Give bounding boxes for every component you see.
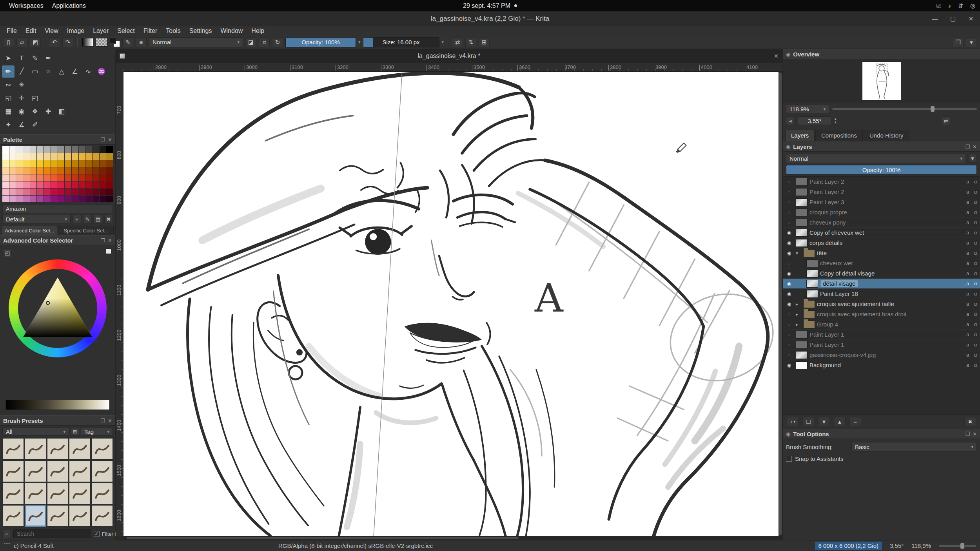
choose-brush-preset-button[interactable]: ✎ [122, 37, 133, 47]
menu-filter[interactable]: Filter [139, 27, 162, 34]
canvas[interactable]: A [123, 72, 779, 536]
brush-preset[interactable] [25, 438, 46, 460]
palette-swatch[interactable] [58, 188, 65, 195]
palette-swatch[interactable] [2, 181, 9, 188]
palette-swatch[interactable] [85, 181, 92, 188]
palette-swatch[interactable] [58, 153, 65, 160]
palette-swatch[interactable] [30, 160, 37, 167]
palette-swatch[interactable] [16, 153, 23, 160]
palette-swatch[interactable] [85, 153, 92, 160]
palette-swatch[interactable] [9, 167, 16, 174]
save-palette-button[interactable]: ▤ [94, 215, 102, 223]
layer-lock-icon[interactable]: a [965, 332, 971, 337]
multibrush-tool[interactable]: ✳ [15, 79, 28, 91]
close-docker-icon[interactable]: ✕ [973, 144, 977, 150]
mirror-view-button[interactable]: ⇄ [942, 116, 950, 125]
layer-blending-mode-select[interactable]: Normal ▾ [786, 154, 966, 163]
edit-palette-button[interactable]: ✎ [83, 215, 92, 223]
ruler-vertical[interactable]: 7008009001000110012001300140015001600 [116, 72, 123, 536]
layer-row[interactable]: ○Paint Layer 2aα [783, 187, 980, 197]
shade-selector-strip[interactable] [5, 400, 110, 410]
foreground-background-colors[interactable] [110, 38, 120, 47]
delete-layer-button[interactable]: ✖ [964, 417, 976, 426]
transform-tool[interactable]: ◱ [2, 92, 15, 104]
menu-view[interactable]: View [40, 27, 62, 34]
layer-lock-icon[interactable]: a [965, 230, 971, 236]
layer-row[interactable]: ◉▾têteaα [783, 248, 980, 258]
float-docker-icon[interactable]: ❐ [100, 137, 105, 143]
palette-swatch[interactable] [51, 196, 58, 202]
layer-row[interactable]: ○Paint Layer 3aα [783, 197, 980, 207]
palette-swatch[interactable] [37, 153, 44, 160]
ellipse-tool[interactable]: ○ [42, 65, 54, 78]
gradient-tool[interactable]: ▦ [2, 105, 15, 118]
palette-swatch[interactable] [72, 153, 78, 160]
volume-icon[interactable]: ♪ [948, 2, 951, 9]
palette-swatch[interactable] [9, 174, 16, 181]
calligraphy-tool[interactable]: ✒ [42, 52, 54, 64]
blending-mode-select[interactable]: Normal ▾ [149, 37, 243, 47]
select-shapes-tool[interactable]: ➤ [2, 52, 15, 64]
palette-swatch[interactable] [72, 181, 78, 188]
menu-edit[interactable]: Edit [21, 27, 41, 34]
layer-alpha-icon[interactable]: α [973, 209, 978, 215]
color-selector-docker-header[interactable]: Advanced Color Selector ❐ ✕ [0, 235, 115, 245]
palette-swatch[interactable] [2, 160, 9, 167]
color-sampler-tool[interactable]: ◉ [15, 105, 28, 118]
add-swatch-button[interactable]: + [73, 215, 81, 223]
palette-swatch[interactable] [37, 167, 44, 174]
palette-swatch[interactable] [106, 160, 113, 167]
add-layer-button[interactable]: + ▾ [787, 417, 799, 426]
applications-menu[interactable]: Applications [48, 2, 90, 9]
layer-visibility-icon[interactable]: ○ [784, 352, 794, 358]
palette-swatch[interactable] [30, 167, 37, 174]
undo-button[interactable]: ↶ [49, 37, 60, 47]
palette-swatch[interactable] [9, 188, 16, 195]
layer-row[interactable]: ○gassinoise-croquis-v4.jpgaα [783, 350, 980, 360]
palette-swatch[interactable] [106, 181, 113, 188]
palette-swatch[interactable] [16, 167, 23, 174]
layer-visibility-icon[interactable]: ○ [784, 342, 794, 348]
palette-swatch[interactable] [93, 174, 99, 181]
brush-preset[interactable] [25, 460, 46, 482]
palette-swatch[interactable] [85, 167, 92, 174]
rotation-angle-input[interactable]: 3.55° [798, 116, 831, 125]
reload-preset-button[interactable]: ↻ [272, 37, 283, 47]
redo-button[interactable]: ↷ [62, 37, 73, 47]
tag-tool-button[interactable]: Tag ▾ [81, 427, 113, 436]
layer-lock-icon[interactable]: a [965, 311, 971, 317]
menu-image[interactable]: Image [63, 27, 89, 34]
eraser-mode-button[interactable]: ◪ [245, 37, 256, 47]
group-expand-icon[interactable]: ▸ [796, 322, 801, 327]
brush-tag-filter-select[interactable]: All ▾ [2, 427, 69, 436]
canvas-tab-bar[interactable]: la_gassinoise_v4.kra * ✕ [116, 49, 782, 63]
palette-swatch[interactable] [23, 146, 30, 153]
color-history-chip[interactable] [106, 248, 111, 254]
layer-visibility-icon[interactable]: ◉ [784, 271, 794, 276]
layers-docker-header[interactable]: ◉ Layers ❐ ✕ [783, 141, 980, 152]
palette-swatch[interactable] [2, 174, 9, 181]
palette-swatch[interactable] [65, 160, 71, 167]
palette-swatch[interactable] [106, 167, 113, 174]
layer-visibility-icon[interactable]: ○ [784, 322, 794, 327]
brush-preset[interactable] [47, 438, 69, 460]
palette-swatch[interactable] [65, 146, 71, 153]
layer-lock-icon[interactable]: a [965, 301, 971, 307]
palette-swatch[interactable] [2, 153, 9, 160]
palette-swatch[interactable] [58, 167, 65, 174]
overview-thumbnail[interactable] [862, 62, 901, 101]
close-canvas-icon[interactable]: ✕ [774, 53, 779, 59]
palette-swatch[interactable] [2, 196, 9, 202]
filter-in-tag-checkbox[interactable]: ✓ [94, 531, 100, 537]
brush-preset[interactable] [2, 505, 24, 527]
brush-preset[interactable] [69, 483, 91, 504]
palette-swatch[interactable] [93, 196, 99, 202]
reference-images-tool[interactable]: ✐ [29, 119, 41, 131]
brush-preset[interactable] [69, 505, 91, 527]
layer-row[interactable]: ○Paint Layer 1aα [783, 340, 980, 350]
brush-preset[interactable] [69, 460, 91, 482]
palette-swatch[interactable] [100, 188, 106, 195]
palette-swatch[interactable] [93, 188, 99, 195]
layer-alpha-icon[interactable]: α [973, 189, 978, 195]
rotation-status[interactable]: 3,55° [890, 542, 904, 549]
